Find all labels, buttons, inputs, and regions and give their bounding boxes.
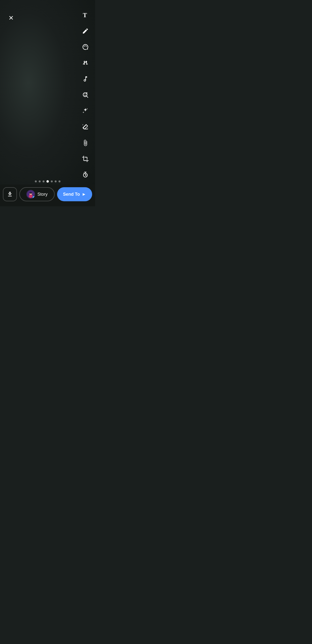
download-button[interactable]	[3, 187, 17, 201]
avatar: +	[26, 190, 35, 198]
sticker-icon	[82, 44, 89, 50]
dot-6[interactable]	[55, 180, 57, 182]
lens-icon	[82, 92, 89, 98]
dot-1[interactable]	[35, 180, 37, 182]
svg-point-9	[31, 193, 31, 194]
scissors-tool-button[interactable]	[80, 58, 91, 68]
dot-5[interactable]	[51, 180, 53, 182]
ai-eraser-tool-button[interactable]	[80, 122, 91, 132]
music-tool-button[interactable]	[80, 74, 91, 84]
right-toolbar: T	[80, 10, 91, 180]
paperclip-icon	[82, 140, 89, 146]
sparkles-icon	[82, 108, 89, 114]
crop-icon	[82, 156, 89, 162]
ai-eraser-icon	[82, 124, 89, 130]
close-icon: ✕	[8, 15, 14, 21]
add-to-story-badge: +	[32, 196, 35, 198]
text-tool-button[interactable]: T	[80, 10, 91, 20]
timer-tool-button[interactable]	[80, 170, 91, 180]
send-to-label: Send To	[63, 192, 80, 197]
dot-3[interactable]	[43, 180, 44, 182]
text-icon: T	[82, 12, 89, 18]
timer-icon	[82, 172, 89, 178]
download-icon	[7, 191, 13, 198]
dot-2[interactable]	[39, 180, 41, 182]
svg-text:T: T	[83, 12, 87, 18]
scissors-icon	[82, 60, 89, 66]
lens-tool-button[interactable]	[80, 90, 91, 100]
dot-4-active[interactable]	[46, 180, 49, 182]
bottom-bar: + Story Send To ►	[0, 184, 95, 206]
sticker-tool-button[interactable]	[80, 42, 91, 52]
ai-sparkles-tool-button[interactable]	[80, 106, 91, 116]
music-icon	[82, 76, 89, 82]
pencil-icon	[82, 28, 89, 34]
draw-tool-button[interactable]	[80, 26, 91, 36]
story-label: Story	[37, 192, 48, 197]
send-to-button[interactable]: Send To ►	[57, 187, 92, 201]
close-button[interactable]: ✕	[6, 12, 16, 23]
paperclip-tool-button[interactable]	[80, 138, 91, 148]
crop-tool-button[interactable]	[80, 154, 91, 164]
send-arrow-icon: ►	[82, 192, 86, 197]
dot-7[interactable]	[58, 180, 60, 182]
svg-point-8	[30, 193, 30, 194]
story-button[interactable]: + Story	[19, 187, 55, 201]
pagination-dots	[35, 180, 60, 182]
